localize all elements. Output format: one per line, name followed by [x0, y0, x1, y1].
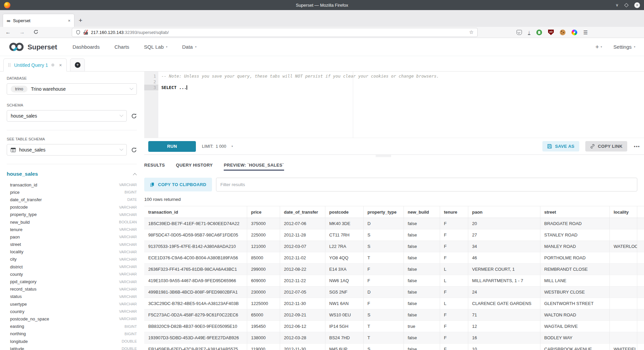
table-cell: WALTON ROAD — [540, 309, 609, 321]
caret-down-icon: ▾ — [634, 45, 635, 48]
superset-navbar: Superset Dashboards Charts SQL Lab▾ Data… — [0, 38, 644, 56]
table-cell: 46 — [468, 252, 540, 264]
new-item-button[interactable]: +▾ — [595, 43, 602, 51]
run-button[interactable]: RUN — [148, 141, 196, 152]
database-select[interactable]: trino Trino warehouse — [7, 83, 137, 95]
extension-pinwheel-icon[interactable] — [572, 30, 577, 35]
tracking-shield-icon[interactable] — [76, 30, 80, 35]
sql-editor[interactable]: 1 2 3 -- Note: Unless you save your quer… — [144, 72, 644, 138]
column-name: latitude — [10, 346, 24, 350]
table-cell: 20 — [468, 218, 540, 229]
tab-results[interactable]: RESULTS — [144, 157, 165, 173]
col-header[interactable]: postcode — [325, 206, 363, 218]
table-cell — [637, 252, 644, 264]
table-cell: 230000 — [247, 287, 280, 298]
pane-splitter[interactable] — [144, 155, 644, 157]
col-header[interactable]: date_of_transfer — [280, 206, 325, 218]
column-type: DOUBLE — [122, 339, 137, 343]
downloads-icon[interactable]: ↓ — [528, 30, 530, 35]
table-select[interactable]: house_sales — [7, 144, 127, 156]
col-header[interactable]: tenure — [440, 206, 468, 218]
settings-menu[interactable]: Settings▾ — [613, 44, 635, 50]
table-cell: false — [404, 332, 440, 344]
col-header[interactable]: paon — [468, 206, 540, 218]
column-type: VARCHAR — [119, 265, 137, 269]
table-cell — [609, 332, 637, 344]
table-cell: S — [363, 309, 404, 321]
column-name: longitude — [10, 339, 28, 344]
filter-results-input[interactable] — [216, 178, 637, 191]
more-actions-button[interactable]: ••• — [634, 144, 640, 149]
query-tab-untitled[interactable]: Untitled Query 1 × — [3, 58, 67, 72]
refresh-tables-icon[interactable] — [131, 147, 137, 153]
schema-select[interactable]: house_sales — [7, 110, 127, 122]
column-type: VARCHAR — [119, 295, 137, 299]
tab-preview-house-sales[interactable]: PREVIEW: `HOUSE_SALES` — [224, 157, 284, 173]
results-table-container: transaction_id price date_of_transfer po… — [144, 206, 644, 350]
col-header[interactable]: locality — [609, 206, 637, 218]
superset-brand[interactable]: Superset — [9, 42, 57, 51]
table-cell: 2012-06-12 — [280, 321, 325, 332]
column-row: paon VARCHAR — [7, 233, 137, 240]
minimize-icon[interactable]: ∨ — [615, 3, 619, 7]
privacy-extension-icon[interactable] — [536, 30, 542, 35]
col-header[interactable]: price — [247, 206, 280, 218]
table-cell — [637, 218, 644, 229]
bookmark-star-icon[interactable]: ☆ — [469, 29, 474, 35]
forward-button[interactable]: → — [19, 30, 25, 35]
column-row: transaction_id VARCHAR — [7, 181, 137, 188]
table-cell: NW1 6AN — [325, 298, 363, 309]
table-grid-icon — [11, 148, 16, 152]
table-cell: 2012-07-05 — [280, 287, 325, 298]
insecure-lock-icon[interactable] — [84, 30, 88, 35]
pocket-icon[interactable] — [517, 30, 522, 35]
column-row: northing BIGINT — [7, 330, 137, 338]
limit-dropdown[interactable]: LIMIT: 1 000 ▾ — [202, 144, 233, 149]
table-cell: 27 — [468, 229, 540, 241]
nav-data[interactable]: Data▾ — [182, 44, 197, 50]
nav-dashboards[interactable]: Dashboards — [72, 44, 100, 50]
ublock-extension-icon[interactable]: uO — [548, 30, 554, 35]
menu-hamburger-icon[interactable]: ☰ — [583, 30, 588, 35]
add-query-tab-button[interactable]: + — [70, 58, 85, 72]
query-tabstrip: Untitled Query 1 × + — [0, 56, 644, 72]
window-close-icon[interactable]: × — [634, 2, 640, 8]
url-bar[interactable]: 217.160.120.143 :32393/superset/sqllab/ … — [72, 28, 478, 37]
tab-close-icon[interactable]: × — [68, 18, 70, 23]
reload-button[interactable] — [34, 30, 38, 35]
column-type: VARCHAR — [119, 235, 137, 239]
col-header[interactable]: new_build — [404, 206, 440, 218]
column-type: VARCHAR — [119, 227, 137, 231]
new-tab-button[interactable]: + — [74, 14, 87, 27]
tab-query-history[interactable]: QUERY HISTORY — [176, 157, 213, 173]
browser-tab-title: Superset — [13, 18, 65, 23]
table-cell: F — [440, 229, 468, 241]
superset-logo-icon — [9, 42, 24, 51]
save-as-button[interactable]: SAVE AS — [542, 141, 579, 151]
copy-link-button[interactable]: COPY LINK — [585, 141, 627, 151]
copy-to-clipboard-button[interactable]: COPY TO CLIPBOARD — [144, 178, 212, 191]
col-header[interactable]: street — [540, 206, 609, 218]
table-cell: T — [363, 252, 404, 264]
nav-charts[interactable]: Charts — [114, 44, 129, 50]
brand-wordmark: Superset — [28, 43, 57, 51]
query-tab-close-icon[interactable]: × — [59, 62, 62, 68]
back-button[interactable]: ← — [5, 30, 11, 35]
table-schema-title[interactable]: house_sales — [7, 171, 38, 177]
maximize-icon[interactable] — [624, 3, 629, 7]
cookie-extension-icon[interactable] — [560, 30, 566, 35]
collapse-chevron-up-icon[interactable] — [133, 173, 137, 177]
browser-tab-superset[interactable]: ∞ Superset × — [3, 14, 74, 27]
col-header[interactable]: property_type — [363, 206, 404, 218]
refresh-schemas-icon[interactable] — [131, 113, 137, 119]
editor-gutter: 1 2 3 — [144, 72, 158, 138]
col-header[interactable]: transaction_id — [144, 206, 247, 218]
table-cell: 3C3C29DC-B7B2-4BE5-914A-A38123AF403B — [144, 298, 247, 309]
line-number: 2 — [144, 79, 158, 85]
splitter-drag-handle[interactable] — [376, 155, 391, 157]
nav-sql-lab[interactable]: SQL Lab▾ — [144, 44, 167, 50]
editor-code-area[interactable]: -- Note: Unless you save your query, the… — [158, 72, 644, 138]
table-cell: false — [404, 298, 440, 309]
superset-favicon: ∞ — [7, 18, 10, 24]
sql-statement-line: SELECT ... — [161, 85, 644, 90]
